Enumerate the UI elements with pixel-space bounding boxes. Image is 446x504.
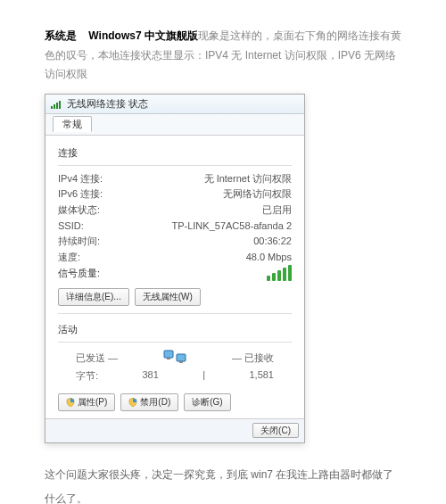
tab-bar: 常规 bbox=[45, 114, 304, 136]
status-value: 已启用 bbox=[262, 202, 292, 219]
svg-rect-3 bbox=[179, 361, 183, 363]
status-row: 媒体状态:已启用 bbox=[58, 202, 292, 219]
bytes-sent: 381 bbox=[142, 369, 158, 383]
network-monitors-icon bbox=[162, 348, 187, 368]
disable-button[interactable]: 禁用(D) bbox=[120, 393, 178, 411]
intro-os: Windows7 中文旗舰版 bbox=[88, 29, 198, 42]
wireless-props-button[interactable]: 无线属性(W) bbox=[135, 288, 201, 306]
svg-rect-1 bbox=[167, 358, 170, 359]
section-activity: 活动 bbox=[58, 323, 292, 336]
bytes-label: 字节: bbox=[76, 369, 98, 383]
svg-rect-0 bbox=[164, 351, 173, 358]
status-row: IPv4 连接:无 Internet 访问权限 bbox=[58, 171, 292, 187]
status-value: 无网络访问权限 bbox=[223, 186, 292, 202]
status-row: IPv6 连接:无网络访问权限 bbox=[58, 186, 292, 202]
sent-label: 已发送 — bbox=[76, 351, 118, 365]
tab-general[interactable]: 常规 bbox=[53, 116, 92, 132]
dialog-title: 无线网络连接 状态 bbox=[67, 97, 148, 111]
status-row: SSID:TP-LINK_57AC58-afanda 2 bbox=[58, 219, 292, 235]
recv-label: — 已接收 bbox=[232, 351, 274, 365]
status-row: 速度:48.0 Mbps bbox=[58, 250, 292, 266]
properties-button[interactable]: 属性(P) bbox=[58, 393, 115, 411]
signal-quality-label: 信号质量: bbox=[58, 267, 100, 280]
wifi-icon bbox=[51, 98, 63, 109]
intro-paragraph: 系统是 Windows7 中文旗舰版现象是这样的，桌面右下角的网络连接有黄色的叹… bbox=[45, 27, 401, 85]
section-connection: 连接 bbox=[58, 146, 292, 160]
details-button[interactable]: 详细信息(E)... bbox=[58, 288, 129, 306]
shield-icon bbox=[128, 398, 137, 407]
status-value: TP-LINK_57AC58-afanda 2 bbox=[171, 219, 292, 235]
status-key: 持续时间: bbox=[58, 234, 100, 250]
status-dialog: 无线网络连接 状态 常规 连接 IPv4 连接:无 Internet 访问权限I… bbox=[45, 94, 305, 444]
svg-rect-2 bbox=[177, 354, 186, 361]
status-key: IPv4 连接: bbox=[58, 171, 103, 187]
status-key: SSID: bbox=[58, 219, 84, 235]
status-row: 持续时间:00:36:22 bbox=[58, 234, 292, 250]
status-value: 00:36:22 bbox=[253, 234, 292, 250]
dialog-titlebar: 无线网络连接 状态 bbox=[45, 95, 304, 114]
intro-prefix: 系统是 bbox=[45, 29, 77, 42]
signal-bars-icon bbox=[267, 265, 292, 281]
status-value: 48.0 Mbps bbox=[246, 250, 292, 266]
diagnose-button[interactable]: 诊断(G) bbox=[184, 393, 230, 411]
shield-icon bbox=[66, 398, 75, 407]
status-key: IPv6 连接: bbox=[58, 186, 103, 202]
close-button[interactable]: 关闭(C) bbox=[252, 423, 299, 438]
status-key: 速度: bbox=[58, 250, 80, 266]
bytes-recv: 1,581 bbox=[249, 369, 274, 383]
status-key: 媒体状态: bbox=[58, 202, 100, 219]
status-value: 无 Internet 访问权限 bbox=[204, 171, 292, 187]
body-paragraph-1: 这个问题大家很头疼，决定一探究竟，到底 win7 在我连上路由器时都做了什么了。 bbox=[45, 463, 401, 504]
